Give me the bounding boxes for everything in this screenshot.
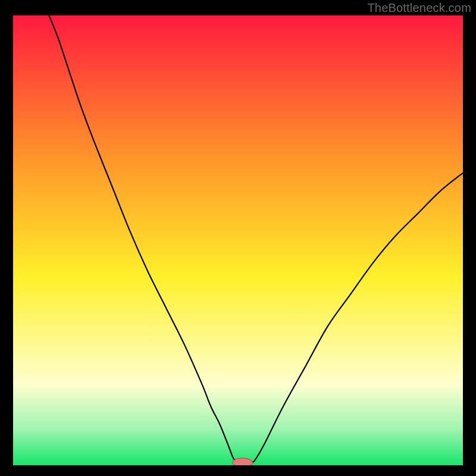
gradient-rect bbox=[13, 15, 463, 465]
watermark-text: TheBottleneck.com bbox=[367, 1, 471, 15]
optimal-marker bbox=[233, 458, 252, 465]
plot-area bbox=[13, 15, 463, 465]
chart-svg bbox=[13, 15, 463, 465]
chart-frame: TheBottleneck.com bbox=[0, 0, 476, 476]
